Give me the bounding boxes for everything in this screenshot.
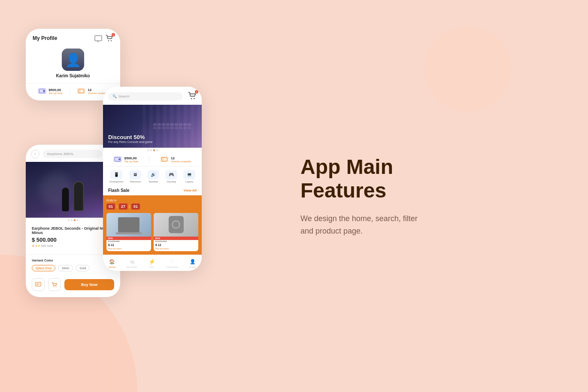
home-voucher-text: 12 Voucher available xyxy=(171,156,191,163)
dot-4 xyxy=(77,219,79,221)
nav-profile[interactable]: 👤 Profile xyxy=(189,258,197,268)
timer-seconds: 01 xyxy=(131,204,140,210)
home-cart[interactable]: 1 xyxy=(188,92,197,101)
profile-name: Karim Sujatmiko xyxy=(56,73,90,78)
flash-product-2-image xyxy=(154,213,198,237)
timer-sep-1: : xyxy=(116,204,118,209)
home-wallet-icon xyxy=(113,156,122,162)
dot-3 xyxy=(74,219,76,221)
nav-myorder[interactable]: 🛍 My Order xyxy=(127,258,137,268)
flash-sale-content: Ends in 01 : 27 : 01 30% xyxy=(103,195,202,255)
timer-hours: 01 xyxy=(106,204,115,210)
profile-header: My Profile 1 xyxy=(26,29,120,45)
svg-point-0 xyxy=(108,40,109,41)
home-nav-icon: 🏠 xyxy=(108,258,116,265)
variant-options: Space Grey Silver Gold xyxy=(32,265,114,271)
product-search-bar[interactable]: Earphone JEBOL xyxy=(43,150,102,158)
chat-icon[interactable] xyxy=(94,35,102,41)
sub-description: We design the home, search, filter and p… xyxy=(300,213,429,237)
flash-product-1-discount: 30% xyxy=(106,237,151,240)
nav-pro[interactable]: ⚡ Pro xyxy=(148,258,156,268)
product-actions: Buy Now xyxy=(26,275,120,297)
cart-action-button[interactable] xyxy=(48,278,61,291)
home-banner: Discount 50% For any Retro Console and g… xyxy=(103,105,202,148)
cat-laptop-label: Laptop xyxy=(185,180,193,183)
svg-rect-3 xyxy=(43,90,45,92)
profile-title: My Profile xyxy=(33,35,57,41)
flash-product-2-price: $ 12 xyxy=(154,243,198,247)
home-voucher-icon xyxy=(160,156,169,162)
favourites-nav-icon: ♡ xyxy=(168,258,176,265)
home-search-bar[interactable]: 🔍 Search xyxy=(108,92,183,100)
banner-content: Discount 50% For any Retro Console and g… xyxy=(108,134,153,143)
cat-speaker[interactable]: 🔊 Speaker xyxy=(147,170,159,183)
bg-decoration-right xyxy=(425,26,511,112)
category-section: 📱 Smartphone 🖥 Television 🔊 Speaker 🎮 Ga… xyxy=(103,167,202,186)
avatar xyxy=(62,49,84,71)
main-heading: App Main Features xyxy=(300,155,393,202)
profile-header-icons: 1 xyxy=(94,35,113,42)
banner-title: Discount 50% xyxy=(108,134,153,140)
cart-badge: 1 xyxy=(112,33,115,36)
variant-silver[interactable]: Silver xyxy=(58,265,73,271)
ends-in-label: Ends in xyxy=(106,199,198,202)
nav-home[interactable]: 🏠 Home xyxy=(108,258,116,268)
home-stat-voucher: 12 Voucher available xyxy=(160,156,191,163)
banner-dot-3 xyxy=(153,149,155,151)
buy-now-button[interactable]: Buy Now xyxy=(64,279,114,290)
cart-icon[interactable]: 1 xyxy=(106,35,113,42)
cat-television[interactable]: 🖥 Television xyxy=(129,170,141,183)
dot-1 xyxy=(68,219,70,221)
nav-favourites[interactable]: ♡ Favourites xyxy=(166,258,178,268)
flash-product-1-tag: Run out soon! xyxy=(106,247,151,251)
cat-smartphone[interactable]: 📱 Smartphone xyxy=(109,170,124,183)
chat-action-button[interactable] xyxy=(32,278,45,291)
nav-pro-label: Pro xyxy=(150,266,154,268)
speaker-icon: 🔊 xyxy=(147,170,159,179)
flash-timer: 01 : 27 : 01 xyxy=(106,204,198,210)
product-rating: ★ 4.9 800 Sold xyxy=(32,244,114,248)
stat-balance: $500,00 Top Up Now xyxy=(38,88,63,94)
flash-products: 30% $ 2.000.000 $ 12 Run out soon! 30% $… xyxy=(106,213,198,251)
svg-point-14 xyxy=(194,98,195,99)
variant-gold[interactable]: Gold xyxy=(76,265,90,271)
myorder-nav-icon: 🛍 xyxy=(128,258,136,265)
product-name: Earphone JEBOL Seconds - Original No Min… xyxy=(32,226,114,235)
variant-space-grey[interactable]: Space Grey xyxy=(32,265,55,271)
flash-product-1[interactable]: 30% $ 2.000.000 $ 12 Run out soon! xyxy=(106,213,151,251)
sold-count: 800 Sold xyxy=(41,244,53,247)
banner-subtitle: For any Retro Console and game xyxy=(108,140,153,143)
television-icon: 🖥 xyxy=(129,170,141,179)
back-button[interactable]: ‹ xyxy=(31,150,39,158)
avatar-face xyxy=(62,49,84,71)
flash-sale-header: Flash Sale View All xyxy=(103,186,202,195)
profile-phone: My Profile 1 K xyxy=(26,29,120,100)
product-price: $ 500.000 xyxy=(32,237,114,243)
home-phone: 🔍 Search 1 xyxy=(103,87,202,271)
svg-rect-8 xyxy=(36,282,41,286)
timer-sep-2: : xyxy=(129,204,130,209)
home-cart-badge: 1 xyxy=(195,90,198,94)
dot-2 xyxy=(71,219,73,221)
svg-rect-4 xyxy=(79,89,84,93)
banner-dot-2 xyxy=(150,149,152,151)
nav-home-label: Home xyxy=(109,266,115,268)
cat-laptop[interactable]: 💻 Laptop xyxy=(183,170,195,183)
stat-divider xyxy=(70,88,70,94)
balance-text: $500,00 Top Up Now xyxy=(48,88,63,94)
flash-product-2-discount: 30% xyxy=(154,237,198,240)
banner-dot-1 xyxy=(147,149,149,151)
profile-nav-icon: 👤 xyxy=(189,258,197,265)
laptop-icon: 💻 xyxy=(183,170,195,179)
cat-gaming[interactable]: 🎮 Gaming xyxy=(165,170,177,183)
home-stats: $500,00 Top Up Now 12 Voucher availab xyxy=(103,153,202,167)
svg-point-11 xyxy=(54,286,55,287)
home-stat-divider xyxy=(149,156,149,163)
flash-product-2-tag: Run out soon! xyxy=(154,247,198,251)
flash-product-2[interactable]: 30% $ 2.000.000 $ 12 Run out soon! xyxy=(154,213,198,251)
phones-area: My Profile 1 K xyxy=(26,20,249,372)
home-header: 🔍 Search 1 xyxy=(103,87,202,105)
svg-rect-16 xyxy=(118,158,120,160)
view-all-link[interactable]: View All xyxy=(184,188,197,192)
cat-smartphone-label: Smartphone xyxy=(109,180,124,183)
